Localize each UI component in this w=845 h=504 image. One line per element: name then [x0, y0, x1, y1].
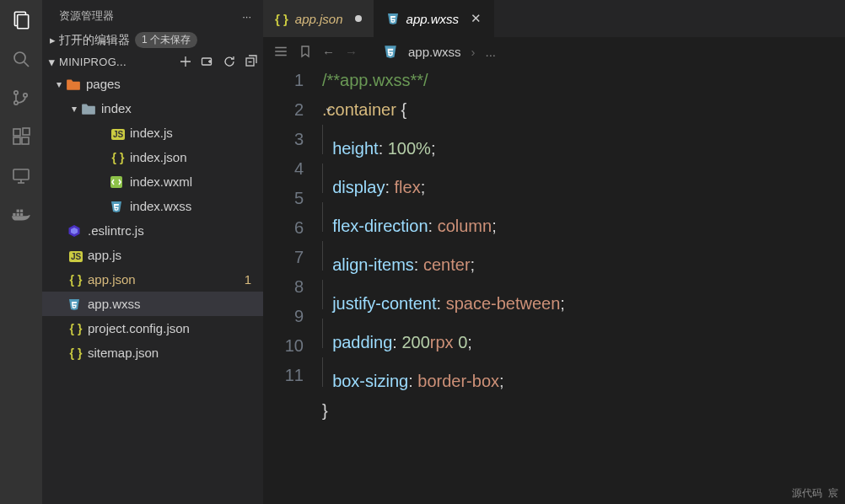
modified-badge: 1 [245, 272, 251, 287]
svg-rect-11 [13, 169, 29, 180]
file-node[interactable]: index.wxml [42, 169, 263, 194]
sidebar-title: 资源管理器 [59, 8, 114, 24]
svg-rect-9 [22, 137, 29, 144]
extensions-icon[interactable] [9, 125, 33, 148]
breadcrumb-bar: ← → app.wxss › ... [263, 37, 845, 66]
new-folder-icon[interactable] [201, 55, 214, 68]
file-icon: { } [67, 273, 84, 287]
file-icon: { } [67, 346, 84, 360]
project-actions [179, 55, 258, 68]
collapse-all-icon[interactable] [245, 55, 258, 68]
file-icon [81, 102, 98, 115]
fold-icon[interactable]: ⌄ [324, 100, 334, 114]
svg-rect-16 [20, 213, 23, 216]
file-label: index.wxss [130, 199, 263, 213]
svg-rect-17 [17, 210, 19, 212]
unsaved-badge: 1 个未保存 [135, 32, 197, 48]
breadcrumb-file[interactable]: app.wxss [408, 45, 461, 59]
file-label: project.config.json [88, 321, 263, 335]
code-editor[interactable]: 1234567891011 /**app.wxss**/.container {… [263, 66, 845, 455]
file-icon: { } [110, 151, 126, 164]
close-icon[interactable]: ✕ [471, 11, 482, 26]
new-file-icon[interactable] [179, 55, 192, 68]
bookmark-icon[interactable] [299, 44, 312, 59]
file-label: pages [86, 77, 263, 91]
svg-rect-18 [20, 210, 23, 212]
project-section[interactable]: ▾ MINIPROG... [42, 51, 263, 72]
file-icon [66, 78, 83, 91]
refresh-icon[interactable] [223, 55, 236, 68]
file-label: index.js [130, 126, 263, 140]
file-label: app.json [88, 272, 245, 287]
file-node[interactable]: { }sitemap.json [42, 340, 263, 365]
file-label: sitemap.json [88, 346, 263, 360]
list-icon[interactable] [273, 44, 288, 59]
svg-rect-7 [13, 129, 20, 136]
nav-forward-icon[interactable]: → [345, 45, 358, 59]
svg-rect-8 [13, 137, 20, 144]
sidebar-more-icon[interactable]: ··· [242, 10, 251, 23]
file-node[interactable]: .eslintrc.js [42, 218, 263, 243]
activity-bar [0, 0, 42, 504]
svg-rect-1 [18, 15, 29, 29]
file-icon [67, 224, 84, 238]
twisty-icon: ▾ [52, 78, 66, 90]
file-icon: { } [275, 12, 288, 26]
folder-node[interactable]: ▾index [42, 96, 263, 121]
file-label: index.wxml [130, 174, 263, 189]
chevron-right-icon: › [471, 45, 476, 59]
line-gutter: 1234567891011 [263, 66, 322, 455]
file-icon: JS [110, 126, 126, 140]
open-editors-section[interactable]: ▸ 打开的编辑器 1 个未保存 [42, 29, 263, 51]
chevron-down-icon: ▾ [46, 56, 59, 68]
file-icon [67, 298, 84, 311]
file-node[interactable]: { }index.json [42, 145, 263, 169]
file-tree: ▾pages▾indexJSindex.js{ }index.jsonindex… [42, 72, 263, 504]
svg-line-3 [24, 62, 30, 67]
explorer-icon[interactable] [9, 8, 33, 32]
file-label: index [101, 101, 263, 115]
svg-rect-15 [17, 213, 19, 216]
editor-tab[interactable]: app.wxss✕ [374, 0, 495, 37]
file-node[interactable]: JSapp.js [42, 243, 263, 267]
svg-point-6 [24, 94, 27, 97]
file-icon [386, 12, 400, 25]
svg-point-4 [14, 91, 18, 94]
tab-label: app.json [295, 12, 343, 26]
file-node[interactable]: JSindex.js [42, 121, 263, 145]
svg-point-2 [14, 52, 25, 63]
editor-tabs: { }app.jsonapp.wxss✕ [263, 0, 845, 37]
file-node[interactable]: { }app.json1 [42, 267, 263, 292]
sidebar-header: 资源管理器 ··· [42, 0, 263, 29]
svg-point-5 [14, 101, 18, 105]
file-label: app.wxss [88, 297, 263, 311]
folder-node[interactable]: ▾pages [42, 72, 263, 96]
file-icon: { } [67, 322, 84, 335]
file-label: index.json [130, 150, 263, 164]
code-content[interactable]: /**app.wxss**/.container { height: 100%;… [322, 66, 565, 455]
file-node[interactable]: app.wxss [42, 292, 263, 316]
docker-icon[interactable] [9, 202, 33, 226]
file-node[interactable]: { }project.config.json [42, 316, 263, 340]
twisty-icon: ▾ [67, 103, 81, 115]
source-control-icon[interactable] [9, 86, 33, 110]
project-label: MINIPROG... [59, 56, 126, 68]
file-icon: JS [67, 249, 84, 262]
file-icon [110, 200, 126, 213]
svg-rect-10 [23, 128, 30, 135]
wxss-file-icon [383, 44, 398, 59]
chevron-right-icon: ▸ [46, 34, 59, 46]
editor-tab[interactable]: { }app.json [263, 0, 374, 37]
status-footer: 源代码 宸 [792, 486, 838, 501]
search-icon[interactable] [9, 47, 33, 71]
file-label: .eslintrc.js [88, 223, 263, 238]
breadcrumb-trail[interactable]: ... [486, 45, 497, 59]
file-node[interactable]: index.wxss [42, 194, 263, 218]
explorer-sidebar: 资源管理器 ··· ▸ 打开的编辑器 1 个未保存 ▾ MINIPROG... … [42, 0, 263, 504]
editor-area: { }app.jsonapp.wxss✕ ← → app.wxss › ... … [263, 0, 845, 504]
file-label: app.js [88, 248, 263, 262]
unsaved-dot-icon [355, 15, 362, 22]
nav-back-icon[interactable]: ← [322, 45, 335, 59]
tab-label: app.wxss [406, 12, 460, 26]
remote-icon[interactable] [9, 164, 33, 187]
